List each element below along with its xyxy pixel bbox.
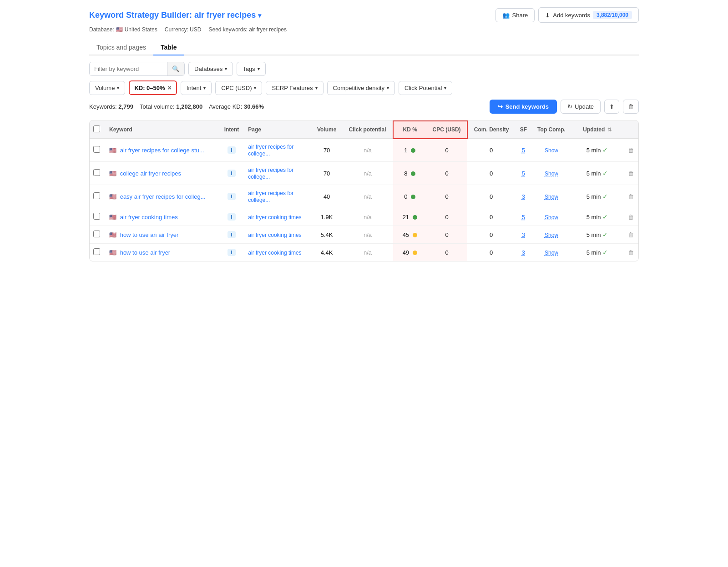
top-comp-cell: Show <box>531 208 571 226</box>
kd-cell: 21 <box>393 208 426 226</box>
sf-link[interactable]: 3 <box>522 231 525 238</box>
chevron-down-icon: ▾ <box>258 66 260 71</box>
page-link[interactable]: air fryer cooking times <box>248 232 301 238</box>
page-link[interactable]: air fryer recipes for college... <box>248 144 293 157</box>
click-potential-cell: n/a <box>342 208 393 226</box>
show-link[interactable]: Show <box>545 214 558 221</box>
kd-dot <box>411 171 415 176</box>
databases-dropdown[interactable]: Databases ▾ <box>188 62 233 76</box>
keywords-table: Keyword Intent Page Volume Click potenti… <box>90 120 638 261</box>
sf-link[interactable]: 5 <box>522 170 525 177</box>
chevron-down-icon: ▾ <box>225 66 227 71</box>
col-top-comp: Top Comp. <box>531 121 571 139</box>
check-icon: ✓ <box>602 213 608 221</box>
tab-topics-and-pages[interactable]: Topics and pages <box>89 40 153 55</box>
show-link[interactable]: Show <box>545 171 558 177</box>
updated-cell: 5 min ✓ <box>571 208 623 226</box>
row-delete-button[interactable]: 🗑 <box>628 170 634 177</box>
add-keywords-button[interactable]: ⬇ Add keywords 3,882/10,000 <box>538 7 639 23</box>
check-icon: ✓ <box>602 146 608 154</box>
click-potential-dropdown[interactable]: Click Potential ▾ <box>399 81 452 95</box>
page-link[interactable]: air fryer recipes for college... <box>248 167 293 180</box>
page-link[interactable]: air fryer recipes for college... <box>248 190 293 203</box>
serp-features-dropdown[interactable]: SERP Features ▾ <box>266 81 323 95</box>
chevron-down-icon[interactable]: ▾ <box>258 12 261 19</box>
page-link[interactable]: air fryer cooking times <box>248 250 301 256</box>
row-checkbox-4[interactable] <box>93 231 100 237</box>
row-checkbox-1[interactable] <box>93 169 100 176</box>
sf-cell: 3 <box>516 244 531 261</box>
cpc-dropdown[interactable]: CPC (USD) ▾ <box>215 81 262 95</box>
keyword-link[interactable]: college air fryer recipes <box>120 170 181 177</box>
flag-icon: 🇺🇸 <box>109 214 116 221</box>
flag-icon: 🇺🇸 <box>109 170 116 177</box>
sf-cell: 5 <box>516 139 531 162</box>
col-sf: SF <box>516 121 531 139</box>
top-comp-cell: Show <box>531 139 571 162</box>
col-keyword: Keyword <box>106 121 219 139</box>
row-checkbox-5[interactable] <box>93 248 100 255</box>
send-keywords-button[interactable]: ↪ Send keywords <box>490 100 557 114</box>
com-density-cell: 0 <box>467 208 516 226</box>
keyword-search-button[interactable]: 🔍 <box>167 62 184 75</box>
keyword-link[interactable]: air fryer cooking times <box>120 214 178 221</box>
page-title: Keyword Strategy Builder: air fryer reci… <box>89 10 261 20</box>
check-icon: ✓ <box>602 193 608 200</box>
show-link[interactable]: Show <box>545 232 558 238</box>
show-link[interactable]: Show <box>545 250 558 256</box>
table-row: 🇺🇸 air fryer cooking times I air fryer c… <box>90 208 638 226</box>
row-checkbox-2[interactable] <box>93 192 100 199</box>
keyword-link[interactable]: easy air fryer recipes for colleg... <box>120 193 206 200</box>
kd-filter-close-button[interactable]: × <box>168 84 172 91</box>
filters-row: 🔍 Databases ▾ Tags ▾ <box>89 62 639 76</box>
col-updated[interactable]: Updated ⇅ <box>571 121 623 139</box>
sf-link[interactable]: 3 <box>522 193 525 200</box>
tags-dropdown[interactable]: Tags ▾ <box>237 62 265 76</box>
show-link[interactable]: Show <box>545 147 558 154</box>
header-actions: 👥 Share ⬇ Add keywords 3,882/10,000 <box>495 7 639 23</box>
kd-dot <box>413 233 417 237</box>
sf-link[interactable]: 3 <box>522 249 525 256</box>
sf-cell: 3 <box>516 226 531 244</box>
updated-cell: 5 min ✓ <box>571 226 623 244</box>
keyword-link[interactable]: air fryer recipes for college stu... <box>120 147 204 154</box>
stats-text: Keywords: 2,799 Total volume: 1,202,800 … <box>89 103 264 110</box>
sf-link[interactable]: 5 <box>522 147 525 154</box>
update-button[interactable]: ↻ Update <box>561 100 601 114</box>
export-button[interactable]: ⬆ <box>604 100 619 114</box>
row-checkbox-0[interactable] <box>93 146 100 153</box>
keywords-table-wrap: Keyword Intent Page Volume Click potenti… <box>89 120 639 261</box>
row-delete-button[interactable]: 🗑 <box>628 249 634 256</box>
row-delete-button[interactable]: 🗑 <box>628 193 634 200</box>
cpc-cell: 0 <box>426 162 467 185</box>
show-link[interactable]: Show <box>545 194 558 200</box>
keyword-filter-input[interactable] <box>90 62 167 75</box>
click-potential-cell: n/a <box>342 244 393 261</box>
row-delete-button[interactable]: 🗑 <box>628 214 634 221</box>
keyword-link[interactable]: how to use air fryer <box>120 249 171 256</box>
kd-dot <box>411 148 415 153</box>
top-comp-cell: Show <box>531 185 571 208</box>
keyword-link[interactable]: how to use an air fryer <box>120 231 179 238</box>
row-delete-button[interactable]: 🗑 <box>628 231 634 238</box>
intent-badge: I <box>228 146 235 154</box>
delete-all-button[interactable]: 🗑 <box>623 100 639 114</box>
intent-dropdown[interactable]: Intent ▾ <box>181 81 212 95</box>
click-potential-cell: n/a <box>342 139 393 162</box>
row-checkbox-3[interactable] <box>93 213 100 220</box>
check-icon: ✓ <box>602 249 608 256</box>
flag-icon: 🇺🇸 <box>109 147 116 154</box>
competitive-density-dropdown[interactable]: Competitive density ▾ <box>327 81 395 95</box>
row-delete-button[interactable]: 🗑 <box>628 147 634 154</box>
page-link[interactable]: air fryer cooking times <box>248 214 301 221</box>
intent-badge: I <box>228 193 235 200</box>
volume-dropdown[interactable]: Volume ▾ <box>89 81 125 95</box>
col-intent: Intent <box>219 121 245 139</box>
share-button[interactable]: 👥 Share <box>495 8 535 22</box>
select-all-checkbox[interactable] <box>93 125 100 132</box>
tab-table[interactable]: Table <box>153 40 184 55</box>
kd-cell: 45 <box>393 226 426 244</box>
check-icon: ✓ <box>602 170 608 177</box>
sf-link[interactable]: 5 <box>522 214 525 221</box>
trash-icon: 🗑 <box>628 103 634 110</box>
